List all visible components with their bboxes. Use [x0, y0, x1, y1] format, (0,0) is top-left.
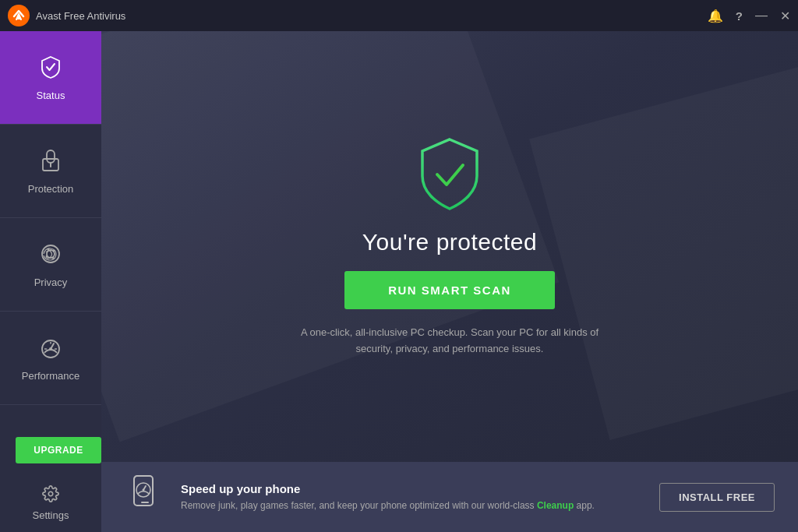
sidebar-status-label: Status [37, 90, 65, 101]
promo-desc-text: Remove junk, play games faster, and keep… [181, 500, 535, 511]
notification-icon[interactable]: 🔔 [708, 9, 723, 23]
help-icon[interactable]: ? [736, 9, 743, 23]
sidebar-item-performance[interactable]: Performance [0, 312, 101, 405]
sidebar-privacy-label: Privacy [34, 277, 68, 288]
svg-point-16 [48, 491, 53, 496]
svg-rect-1 [47, 150, 55, 163]
protected-text: You're protected [362, 229, 537, 255]
promo-desc: Remove junk, play games faster, and keep… [181, 499, 644, 513]
title-bar: Avast Free Antivirus 🔔 ? — ✕ [0, 0, 798, 31]
install-free-button[interactable]: INSTALL FREE [659, 483, 775, 512]
protection-icon [38, 148, 63, 177]
scan-description: A one-click, all-inclusive PC checkup. S… [286, 325, 613, 358]
promo-desc-end: app. [577, 500, 595, 511]
app-title: Avast Free Antivirus [36, 10, 708, 22]
sidebar-protection-label: Protection [28, 183, 74, 195]
shield-container [415, 136, 485, 213]
status-area: You're protected RUN SMART SCAN A one-cl… [101, 31, 798, 462]
sidebar: Status Protection [0, 31, 101, 532]
sidebar-item-protection[interactable]: Protection [0, 125, 101, 218]
shield-icon [415, 136, 485, 213]
sidebar-performance-label: Performance [22, 370, 79, 382]
phone-icon [125, 473, 165, 521]
performance-icon [38, 335, 63, 364]
avast-logo-icon [8, 5, 30, 26]
svg-point-21 [143, 489, 145, 491]
main-layout: Status Protection [0, 31, 798, 532]
privacy-icon [38, 241, 63, 270]
sidebar-item-settings[interactable]: Settings [0, 474, 101, 532]
run-smart-scan-button[interactable]: RUN SMART SCAN [344, 271, 555, 309]
settings-label: Settings [33, 509, 69, 521]
sidebar-item-status[interactable]: Status [0, 31, 101, 125]
upgrade-button[interactable]: UPGRADE [16, 437, 101, 463]
promo-bar: Speed up your phone Remove junk, play ga… [101, 462, 798, 532]
upgrade-section: UPGRADE [0, 420, 101, 474]
main-content: You're protected RUN SMART SCAN A one-cl… [101, 31, 798, 532]
promo-title: Speed up your phone [181, 482, 644, 495]
promo-text-block: Speed up your phone Remove junk, play ga… [181, 482, 644, 513]
settings-icon [42, 485, 59, 505]
svg-point-8 [46, 255, 48, 257]
sidebar-item-privacy[interactable]: Privacy [0, 218, 101, 312]
minimize-button[interactable]: — [755, 9, 768, 23]
cleanup-link[interactable]: Cleanup [537, 500, 577, 511]
svg-point-12 [49, 347, 52, 351]
status-icon [38, 55, 63, 83]
close-button[interactable]: ✕ [780, 9, 790, 23]
